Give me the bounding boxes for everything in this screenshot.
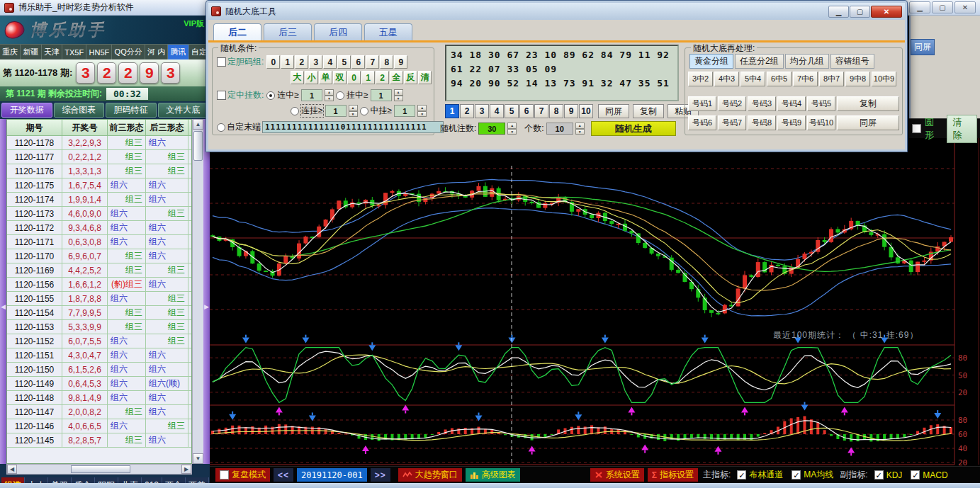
sub-indicator-2[interactable]: ✓MACD: [909, 468, 949, 482]
region-tab-2[interactable]: 新疆: [21, 45, 41, 59]
same-screen-partial-button[interactable]: 同屏: [911, 39, 935, 55]
main-indicator-1-checkbox[interactable]: ✓: [737, 470, 746, 480]
table-row[interactable]: 1120-11710,6,3,0,8组六组六: [7, 235, 191, 249]
process-tab-2[interactable]: 任意分2组: [735, 54, 784, 69]
digit-button-5[interactable]: 5: [337, 55, 351, 69]
sub-indicator-1[interactable]: ✓KDJ: [873, 468, 904, 482]
sub-indicator-2-checkbox[interactable]: ✓: [911, 470, 920, 480]
page-button-4[interactable]: 4: [490, 104, 504, 118]
scroll-up-icon[interactable]: ▲: [193, 119, 203, 130]
table-row[interactable]: 1120-11464,0,6,6,5组六组三: [7, 419, 191, 433]
radio-1[interactable]: [266, 91, 275, 100]
filter-button-1[interactable]: 大: [291, 71, 304, 84]
match-button-8[interactable]: 10中9: [872, 72, 896, 86]
radio-3[interactable]: [291, 107, 299, 115]
filter-button-10[interactable]: 清: [418, 71, 432, 84]
filter-button-5[interactable]: 0: [347, 71, 361, 84]
table-left-strip[interactable]: ◀: [0, 119, 6, 464]
table-row[interactable]: 1120-11535,3,3,9,9组三组三: [7, 320, 191, 334]
filter-button-9[interactable]: 反: [404, 71, 417, 84]
table-row[interactable]: 1120-11694,4,2,5,2组三组三: [7, 263, 191, 278]
dialog-close-button[interactable]: ✕: [871, 6, 902, 18]
dialog-maximize-button[interactable]: ▢: [850, 6, 870, 18]
count-input[interactable]: 30: [478, 123, 505, 135]
number-button-9[interactable]: 号码9: [777, 115, 806, 130]
scroll-down-icon[interactable]: ▼: [193, 453, 203, 464]
spin-value-4[interactable]: 1: [394, 105, 415, 117]
table-row[interactable]: 1120-11734,6,0,9,0组六组三: [7, 207, 191, 221]
replay-checkbox[interactable]: [220, 470, 229, 480]
dialog-tab-2[interactable]: 后三: [264, 23, 312, 40]
process-copy-button[interactable]: 复制: [837, 96, 899, 111]
indicator-settings-button[interactable]: Σ 指标设置: [648, 468, 698, 482]
page-button-8[interactable]: 8: [549, 104, 563, 118]
region-tab-5[interactable]: HN5F: [86, 45, 112, 59]
hscroll-right-icon[interactable]: ▶: [181, 465, 191, 474]
advanced-chart-button[interactable]: 高级图表: [466, 468, 520, 482]
table-row[interactable]: 1120-11741,9,9,1,4组三组六: [7, 193, 191, 207]
table-row[interactable]: 1120-11514,3,0,4,7组六组六: [7, 348, 191, 363]
view-tab-1[interactable]: 开奖数据: [1, 103, 52, 118]
system-settings-button[interactable]: 系统设置: [590, 468, 644, 482]
trend-window-button[interactable]: 大趋势窗口: [398, 468, 462, 482]
hscroll-thumb[interactable]: [71, 465, 130, 473]
dialog-tab-3[interactable]: 后四: [314, 23, 362, 40]
clear-button[interactable]: 清除: [947, 115, 978, 143]
number-button-8[interactable]: 号码8: [748, 115, 776, 130]
page-button-9[interactable]: 9: [564, 104, 578, 118]
table-right-strip[interactable]: ▶: [203, 119, 210, 464]
filter-button-8[interactable]: 全: [390, 71, 403, 84]
table-horizontal-scrollbar[interactable]: ◀ ▶: [6, 464, 192, 475]
custom-endtail-radio[interactable]: [217, 123, 225, 132]
circle-checkbox[interactable]: [912, 124, 921, 133]
view-tab-2[interactable]: 综合图表: [54, 103, 105, 118]
spin-stepper-3[interactable]: ▲▼: [349, 105, 358, 117]
spin-value-1[interactable]: 1: [301, 89, 322, 101]
match-button-5[interactable]: 7中6: [793, 72, 818, 86]
page-button-2[interactable]: 2: [460, 104, 474, 118]
match-button-7[interactable]: 9中8: [845, 72, 870, 86]
table-row[interactable]: 1120-11526,0,7,5,5组六组三: [7, 334, 191, 348]
hscroll-left-icon[interactable]: ◀: [7, 465, 17, 474]
spin-stepper-1[interactable]: ▲▼: [325, 89, 334, 101]
table-row[interactable]: 1120-11761,3,3,1,3组三组三: [7, 164, 191, 178]
minimize-button[interactable]: ▁: [909, 1, 930, 13]
process-same-screen-button[interactable]: 同屏: [837, 115, 899, 130]
digit-button-3[interactable]: 3: [309, 55, 322, 69]
filter-button-6[interactable]: 1: [361, 71, 375, 84]
generated-numbers-list[interactable]: 34 18 30 67 23 10 89 62 84 79 11 92 61 2…: [445, 45, 679, 101]
count-stepper[interactable]: ▲▼: [507, 123, 517, 135]
number-button-2[interactable]: 号码2: [718, 96, 746, 111]
page-button-10[interactable]: 10: [579, 104, 593, 118]
number-button-6[interactable]: 号码6: [688, 115, 716, 130]
filter-button-7[interactable]: 2: [376, 71, 389, 84]
view-tab-3[interactable]: 胆码特征: [106, 103, 157, 118]
number-button-5[interactable]: 号码5: [807, 96, 835, 111]
match-button-2[interactable]: 4中3: [714, 72, 739, 86]
view-tab-4[interactable]: 文件大底: [158, 103, 209, 118]
match-button-6[interactable]: 8中7: [819, 72, 844, 86]
match-button-4[interactable]: 6中5: [767, 72, 792, 86]
region-tab-8[interactable]: 腾讯: [168, 45, 188, 59]
digit-button-1[interactable]: 1: [281, 55, 294, 69]
match-button-1[interactable]: 3中2: [688, 72, 713, 86]
digit-button-9[interactable]: 9: [394, 55, 407, 69]
dialog-minimize-button[interactable]: ▁: [828, 6, 849, 18]
table-row[interactable]: 1120-11561,6,6,1,2(豹)组三组六: [7, 278, 191, 292]
spin-stepper-2[interactable]: ▲▼: [394, 89, 403, 101]
number-button-10[interactable]: 号码10: [807, 115, 835, 130]
page-button-1[interactable]: 1: [445, 104, 459, 118]
table-row[interactable]: 1120-11472,0,0,8,2组三组六: [7, 405, 191, 419]
page-button-3[interactable]: 3: [475, 104, 489, 118]
filter-button-3[interactable]: 单: [319, 71, 332, 84]
generate-button[interactable]: 随机生成: [591, 121, 676, 136]
table-row[interactable]: 1120-11783,2,2,9,3组三组六: [7, 136, 191, 150]
table-row[interactable]: 1120-11458,2,8,5,7组三组六: [7, 433, 191, 448]
region-tab-4[interactable]: TX5F: [62, 45, 86, 59]
number-button-7[interactable]: 号码7: [718, 115, 746, 130]
replay-mode-toggle[interactable]: 复盘模式: [215, 468, 270, 482]
radio-2[interactable]: [336, 91, 344, 100]
digit-button-8[interactable]: 8: [380, 55, 393, 69]
radio-4[interactable]: [360, 107, 368, 115]
spin-stepper-4[interactable]: ▲▼: [417, 105, 427, 117]
